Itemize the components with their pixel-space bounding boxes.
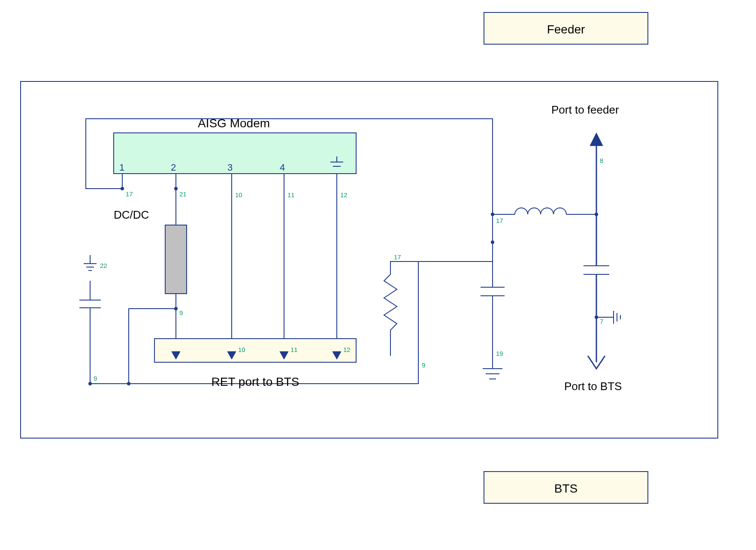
net-label-21: 21 [179, 190, 187, 198]
ret-port-label: RET port to BTS [212, 375, 299, 388]
resistor-branch: 17 [384, 253, 418, 356]
modem-pin-1: 1 [119, 162, 124, 173]
feeder-bts-port: Port to feeder 8 7 Port to BTS [551, 103, 622, 393]
ret-net-12: 12 [343, 346, 351, 353]
modem-pin-2: 2 [171, 162, 176, 173]
ret-port-box: RET port to BTS 10 11 12 [154, 339, 356, 388]
bts-label-box: BTS [484, 472, 648, 503]
svg-rect-24 [154, 339, 356, 362]
net-label-9-right: 9 [422, 361, 425, 369]
feeder-label-text: Feeder [547, 23, 585, 36]
port-feeder-label: Port to feeder [551, 103, 619, 116]
net-label-22: 22 [100, 262, 107, 269]
svg-point-23 [127, 382, 130, 385]
bts-label-text: BTS [554, 482, 578, 495]
net-label-17-modem: 17 [126, 190, 133, 198]
net-label-19: 19 [496, 350, 503, 357]
svg-point-22 [88, 382, 92, 385]
net-label-17-res: 17 [394, 253, 401, 261]
net-label-9-dcdc: 9 [179, 309, 183, 316]
svg-marker-44 [590, 133, 603, 146]
left-ground-cap: 22 [79, 255, 107, 384]
cap-branch: 17 19 [481, 213, 505, 379]
dcdc-block [165, 225, 187, 294]
net-label-12: 12 [340, 191, 348, 198]
svg-point-8 [174, 187, 178, 190]
net-label-9-bottom: 9 [94, 375, 97, 382]
feeder-label-box: Feeder [484, 12, 648, 44]
net-label-11: 11 [287, 191, 295, 198]
modem-pin-4: 4 [280, 162, 285, 173]
ret-net-10: 10 [238, 346, 245, 353]
ret-net-11: 11 [290, 346, 298, 353]
net-label-10: 10 [235, 191, 242, 198]
port-bts-label: Port to BTS [564, 380, 622, 393]
aisg-modem: AISG Modem 1 2 3 4 [114, 117, 356, 174]
inductor [493, 208, 596, 214]
net-label-8: 8 [600, 157, 603, 164]
modem-pin-3: 3 [227, 162, 233, 173]
svg-rect-1 [114, 133, 356, 174]
net-label-17-cap: 17 [496, 217, 503, 224]
dcdc-label: DC/DC [114, 208, 149, 221]
net-label-7: 7 [600, 318, 603, 325]
circuit-diagram: Feeder AISG Modem 1 2 3 4 17 21 10 11 12… [0, 0, 756, 550]
